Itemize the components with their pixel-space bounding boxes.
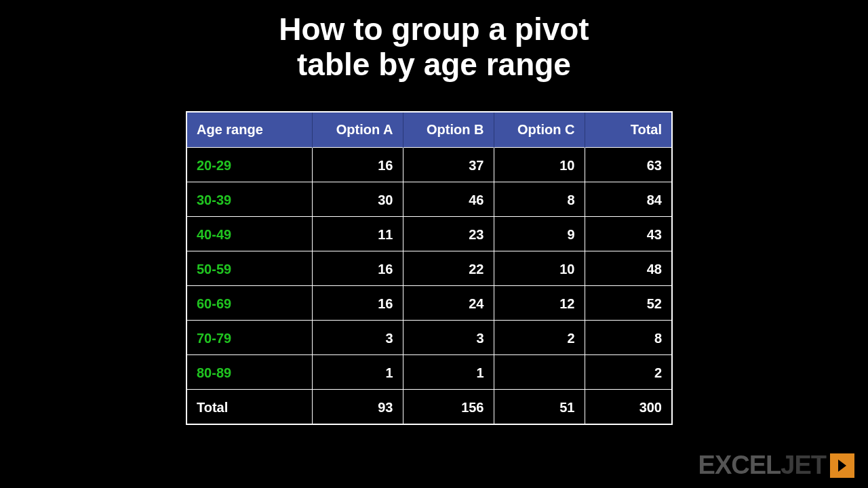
title-line1: How to group a pivot	[279, 12, 589, 47]
table-row: 30-39 30 46 8 84	[187, 182, 671, 217]
cell: 43	[585, 217, 671, 251]
table-header-row: Age range Option A Option B Option C Tot…	[187, 113, 671, 148]
cell	[494, 355, 585, 390]
cell: 8	[494, 182, 585, 217]
cell: 22	[403, 251, 494, 286]
cell: 93	[312, 390, 403, 424]
cell: 156	[403, 390, 494, 424]
col-total: Total	[585, 113, 671, 148]
arrow-right-icon	[830, 453, 854, 478]
cell: 2	[494, 321, 585, 355]
cell: 11	[312, 217, 403, 251]
brand-text-jet: JET	[781, 451, 826, 480]
cell: 48	[585, 251, 671, 286]
col-option-b: Option B	[403, 113, 494, 148]
table-row: 20-29 16 37 10 63	[187, 148, 671, 182]
cell: 23	[403, 217, 494, 251]
cell: 3	[403, 321, 494, 355]
brand-text-excel: EXCEL	[698, 451, 781, 480]
cell: 30	[312, 182, 403, 217]
table-row: 60-69 16 24 12 52	[187, 286, 671, 321]
pivot-table: Age range Option A Option B Option C Tot…	[186, 111, 673, 425]
row-label: 60-69	[187, 286, 312, 321]
row-label: 30-39	[187, 182, 312, 217]
cell: 16	[312, 148, 403, 182]
table-row: 80-89 1 1 2	[187, 355, 671, 390]
col-age-range: Age range	[187, 113, 312, 148]
cell: 1	[312, 355, 403, 390]
table-total-row: Total 93 156 51 300	[187, 390, 671, 424]
table-row: 40-49 11 23 9 43	[187, 217, 671, 251]
cell: 12	[494, 286, 585, 321]
cell: 2	[585, 355, 671, 390]
cell: 300	[585, 390, 671, 424]
col-option-a: Option A	[312, 113, 403, 148]
page-title: How to group a pivot table by age range	[0, 12, 868, 82]
cell: 37	[403, 148, 494, 182]
table-row: 50-59 16 22 10 48	[187, 251, 671, 286]
row-label: 80-89	[187, 355, 312, 390]
cell: 84	[585, 182, 671, 217]
row-label: 70-79	[187, 321, 312, 355]
cell: 9	[494, 217, 585, 251]
col-option-c: Option C	[494, 113, 585, 148]
cell: 10	[494, 251, 585, 286]
cell: 16	[312, 251, 403, 286]
cell: 16	[312, 286, 403, 321]
brand-logo: EXCELJET	[698, 451, 854, 480]
cell: 3	[312, 321, 403, 355]
row-label: 50-59	[187, 251, 312, 286]
cell: 46	[403, 182, 494, 217]
row-label: 20-29	[187, 148, 312, 182]
row-label: 40-49	[187, 217, 312, 251]
cell: 8	[585, 321, 671, 355]
cell: 1	[403, 355, 494, 390]
title-line2: table by age range	[297, 47, 571, 82]
total-label: Total	[187, 390, 312, 424]
cell: 63	[585, 148, 671, 182]
table-row: 70-79 3 3 2 8	[187, 321, 671, 355]
cell: 51	[494, 390, 585, 424]
cell: 52	[585, 286, 671, 321]
cell: 24	[403, 286, 494, 321]
cell: 10	[494, 148, 585, 182]
